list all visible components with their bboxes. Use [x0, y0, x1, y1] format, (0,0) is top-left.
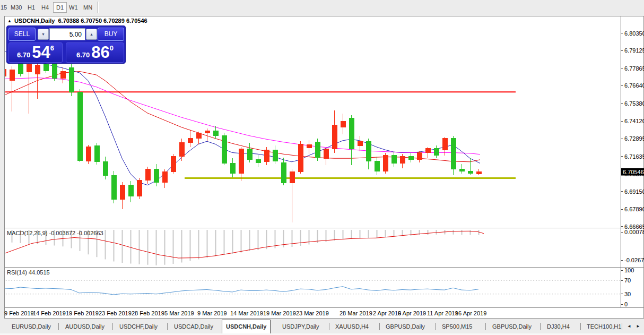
tab-separator — [379, 323, 380, 330]
tab-separator — [485, 323, 486, 330]
chart-tab-usdcnh-daily[interactable]: USDCNH,Daily — [222, 320, 271, 334]
chevron-up-icon: ▲ — [90, 32, 93, 36]
buy-price-pip: 0 — [110, 44, 114, 52]
tab-separator — [435, 323, 436, 330]
sell-price-main: 54 — [32, 45, 50, 61]
chart-tab-xauusd-h4[interactable]: XAUUSD,H4 — [335, 323, 369, 330]
tab-separator — [540, 323, 541, 330]
timeframe-button-D1[interactable]: D1 — [53, 2, 67, 13]
tab-separator — [622, 323, 622, 330]
buy-button[interactable]: BUY — [98, 28, 124, 41]
timeframe-button-H4[interactable]: H4 — [41, 4, 49, 11]
one-click-trading-panel: SELL ▼ ▲ BUY 6.70 54 6 6.70 86 0 — [6, 25, 126, 64]
timeframe-toolbar: 15M30H1H4D1W1MN — [0, 0, 644, 15]
collapse-triangle-icon[interactable]: ▲ — [7, 19, 12, 23]
tab-separator — [329, 323, 329, 330]
buy-price-main: 86 — [91, 45, 109, 61]
timeframe-button-W1[interactable]: W1 — [69, 4, 78, 11]
volume-increase-button[interactable]: ▲ — [86, 29, 97, 40]
chart-ohlc-values: 6.70388 6.70750 6.70289 6.70546 — [58, 18, 147, 24]
sell-price-button[interactable]: 6.70 54 6 — [8, 42, 63, 63]
chart-tab-eurusd-daily[interactable]: EURUSD,Daily — [12, 323, 51, 330]
volume-decrease-button[interactable]: ▼ — [38, 29, 49, 40]
buy-price-button[interactable]: 6.70 86 0 — [66, 42, 124, 63]
chart-tab-tech100-h1[interactable]: TECH100,H1 — [587, 323, 621, 330]
chart-tab-audusd-daily[interactable]: AUDUSD,Daily — [65, 323, 105, 330]
sell-button[interactable]: SELL — [8, 28, 36, 41]
sell-price-pip: 6 — [50, 44, 54, 52]
chart-symbol-label: USDCNH,Daily — [14, 18, 55, 24]
toolbar-separator — [98, 2, 99, 13]
chart-title: ▲USDCNH,Daily 6.70388 6.70750 6.70289 6.… — [7, 18, 147, 24]
chart-tab-usdcad-daily[interactable]: USDCAD,Daily — [174, 323, 213, 330]
tab-scroll-right-icon[interactable]: ► — [636, 324, 640, 329]
buy-price-prefix: 6.70 — [76, 51, 90, 59]
tab-separator — [58, 323, 59, 330]
chart-tab-gbpusd-daily[interactable]: GBPUSD,Daily — [386, 323, 425, 330]
chart-tab-gbpusd-daily[interactable]: GBPUSD,Daily — [492, 323, 532, 330]
volume-input[interactable] — [49, 28, 85, 40]
chevron-down-icon: ▼ — [41, 32, 45, 36]
tab-separator — [167, 323, 168, 330]
chart-tab-sp500-m15[interactable]: SP500,M15 — [442, 323, 472, 330]
tab-separator — [112, 323, 113, 330]
chart-tab-bar: EURUSD,DailyAUDUSD,DailyUSDCHF,DailyUSDC… — [0, 319, 644, 335]
timeframe-button-M30[interactable]: M30 — [11, 4, 22, 11]
chart-tab-dj30-h4[interactable]: DJ30,H4 — [547, 323, 570, 330]
tab-scroll-left-icon[interactable]: ◄ — [627, 324, 631, 329]
macd-indicator-label: MACD(12,26,9) -0.003872 -0.002663 — [7, 230, 103, 236]
chart-tab-usdjpy-daily[interactable]: USDJPY,Daily — [282, 323, 319, 330]
timeframe-button-MN[interactable]: MN — [83, 4, 92, 11]
tab-separator — [580, 323, 581, 330]
timeframe-button-H1[interactable]: H1 — [28, 4, 35, 11]
sell-price-prefix: 6.70 — [17, 51, 30, 59]
rsi-indicator-label: RSI(14) 44.0515 — [7, 269, 50, 276]
chart-tab-usdchf-daily[interactable]: USDCHF,Daily — [119, 323, 158, 330]
timeframe-button-15[interactable]: 15 — [1, 4, 7, 11]
